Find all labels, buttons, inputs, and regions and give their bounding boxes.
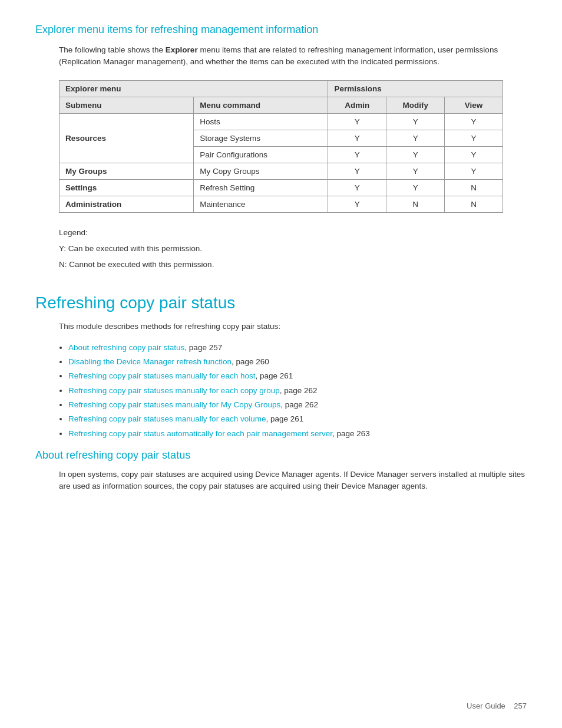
table-row: Administration Maintenance Y N N <box>59 196 503 212</box>
section3-body: In open systems, copy pair statuses are … <box>59 469 527 493</box>
section1-heading: Explorer menu items for refreshing manag… <box>35 24 527 36</box>
page-ref-5: , page 262 <box>280 400 318 409</box>
legend-y: Y: Can be executed with this permission. <box>59 241 503 256</box>
my-copy-groups-modify: Y <box>386 163 445 179</box>
hosts-view: Y <box>445 113 503 130</box>
bullet-link-2[interactable]: Disabling the Device Manager refresh fun… <box>68 357 232 366</box>
bullet-link-1[interactable]: About refreshing copy pair status <box>68 343 184 352</box>
section3-heading: About refreshing copy pair status <box>35 449 527 462</box>
page-ref-2: , page 260 <box>232 357 269 366</box>
pair-configs-modify: Y <box>386 146 445 163</box>
list-item: Refreshing copy pair status automaticall… <box>68 427 527 441</box>
table-row: My Groups My Copy Groups Y Y Y <box>59 163 503 179</box>
section1-intro: The following table shows the Explorer m… <box>59 44 527 68</box>
col-explorer-menu-header: Explorer menu <box>59 80 328 97</box>
admin-submenu: Administration <box>59 196 194 212</box>
menu-command-header: Menu command <box>194 97 328 113</box>
list-item: Refreshing copy pair statuses manually f… <box>68 398 527 412</box>
settings-submenu: Settings <box>59 179 194 196</box>
list-item: Refreshing copy pair statuses manually f… <box>68 412 527 426</box>
pair-configs-admin: Y <box>328 146 386 163</box>
my-copy-groups-cmd: My Copy Groups <box>194 163 328 179</box>
submenu-header: Submenu <box>59 97 194 113</box>
storage-systems-cmd: Storage Systems <box>194 130 328 146</box>
legend-n: N: Cannot be executed with this permissi… <box>59 256 503 272</box>
bullet-link-4[interactable]: Refreshing copy pair statuses manually f… <box>68 386 280 395</box>
permissions-table-wrapper: Explorer menu Permissions Submenu Menu c… <box>59 80 503 213</box>
view-header: View <box>445 97 503 113</box>
legend-section: Legend: Y: Can be executed with this per… <box>59 225 503 272</box>
refresh-setting-modify: Y <box>386 179 445 196</box>
my-copy-groups-view: Y <box>445 163 503 179</box>
list-item: Refreshing copy pair statuses manually f… <box>68 369 527 383</box>
col-permissions-header: Permissions <box>328 80 503 97</box>
bullet-link-6[interactable]: Refreshing copy pair statuses manually f… <box>68 414 266 423</box>
refresh-setting-view: N <box>445 179 503 196</box>
section2-heading: Refreshing copy pair status <box>35 294 527 312</box>
page-ref-7: , page 263 <box>332 429 370 438</box>
page-ref-4: , page 262 <box>280 386 318 395</box>
hosts-admin: Y <box>328 113 386 130</box>
modify-header: Modify <box>386 97 445 113</box>
refresh-setting-admin: Y <box>328 179 386 196</box>
maintenance-view: N <box>445 196 503 212</box>
permissions-table: Explorer menu Permissions Submenu Menu c… <box>59 80 503 213</box>
list-item: Refreshing copy pair statuses manually f… <box>68 384 527 398</box>
my-copy-groups-admin: Y <box>328 163 386 179</box>
section2-bullet-list: About refreshing copy pair status, page … <box>68 341 527 441</box>
page-ref-1: , page 257 <box>184 343 222 352</box>
storage-systems-admin: Y <box>328 130 386 146</box>
page-ref-6: , page 261 <box>266 414 303 423</box>
my-groups-submenu: My Groups <box>59 163 194 179</box>
hosts-cmd: Hosts <box>194 113 328 130</box>
maintenance-admin: Y <box>328 196 386 212</box>
list-item: About refreshing copy pair status, page … <box>68 341 527 355</box>
legend-title: Legend: <box>59 225 503 241</box>
bullet-link-3[interactable]: Refreshing copy pair statuses manually f… <box>68 371 255 380</box>
page-ref-3: , page 261 <box>255 371 293 380</box>
section2-intro: This module describes methods for refres… <box>59 321 527 332</box>
maintenance-cmd: Maintenance <box>194 196 328 212</box>
storage-systems-view: Y <box>445 130 503 146</box>
pair-configs-cmd: Pair Configurations <box>194 146 328 163</box>
bullet-link-7[interactable]: Refreshing copy pair status automaticall… <box>68 429 332 438</box>
table-row: Resources Hosts Y Y Y <box>59 113 503 130</box>
refresh-setting-cmd: Refresh Setting <box>194 179 328 196</box>
hosts-modify: Y <box>386 113 445 130</box>
table-row: Settings Refresh Setting Y Y N <box>59 179 503 196</box>
admin-header: Admin <box>328 97 386 113</box>
storage-systems-modify: Y <box>386 130 445 146</box>
resources-submenu: Resources <box>59 113 194 163</box>
list-item: Disabling the Device Manager refresh fun… <box>68 355 527 369</box>
maintenance-modify: N <box>386 196 445 212</box>
pair-configs-view: Y <box>445 146 503 163</box>
explorer-bold: Explorer <box>166 45 198 54</box>
bullet-link-5[interactable]: Refreshing copy pair statuses manually f… <box>68 400 280 409</box>
